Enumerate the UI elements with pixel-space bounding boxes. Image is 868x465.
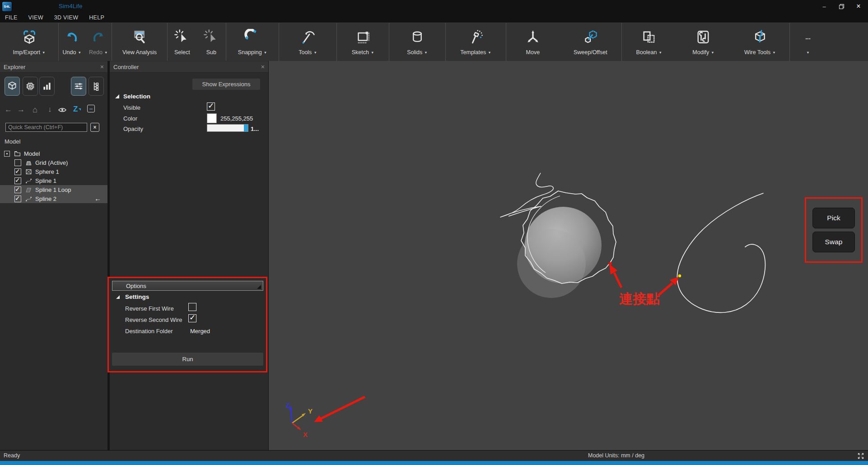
collapse-triangle-icon[interactable] xyxy=(115,94,119,98)
toolbar-label: Redo xyxy=(89,49,103,56)
magnet-icon xyxy=(244,26,261,48)
toolbar-modify[interactable]: Modify▼ xyxy=(676,23,730,61)
controller-panel: Controller × Show Expressions Selection … xyxy=(110,61,268,450)
toolbar-boolean[interactable]: Boolean▼ xyxy=(622,23,676,61)
chevron-down-icon[interactable]: ▼ xyxy=(313,51,317,55)
tree-row-sphere-1[interactable]: ✓ Sphere 1 xyxy=(0,167,107,176)
maximize-button[interactable] xyxy=(836,2,846,11)
zoom-to-selection-icon[interactable]: Z xyxy=(73,105,78,114)
menu-file[interactable]: FILE xyxy=(0,14,23,21)
toolbar-select[interactable]: Select xyxy=(168,23,197,61)
visible-checkbox[interactable]: ✓ xyxy=(207,102,215,111)
close-button[interactable]: × xyxy=(854,2,863,11)
chevron-down-icon[interactable]: ▼ xyxy=(42,51,45,55)
menu-view[interactable]: VIEW xyxy=(23,14,49,21)
eye-icon[interactable] xyxy=(58,107,67,113)
chevron-down-icon[interactable]: ▼ xyxy=(371,51,374,55)
swap-button[interactable]: Swap xyxy=(812,232,855,252)
minimize-button[interactable]: – xyxy=(819,2,829,11)
toolbar-tools[interactable]: Tools▼ xyxy=(279,23,336,61)
chevron-down-icon[interactable]: ▼ xyxy=(772,51,775,55)
collapse-all-icon[interactable]: – xyxy=(87,105,95,112)
visibility-checkbox[interactable]: ✓ xyxy=(14,168,21,175)
chevron-down-icon[interactable]: ▼ xyxy=(104,51,107,55)
tree-row-grid[interactable]: Grid (Active) xyxy=(0,158,107,167)
cylinder-icon xyxy=(409,26,425,48)
search-input[interactable] xyxy=(5,123,87,132)
check-icon: ✓ xyxy=(15,177,20,184)
axis-z-label: Z xyxy=(286,401,290,409)
toolbar-view-analysis[interactable]: View Analysis xyxy=(112,23,167,61)
menu-help[interactable]: HELP xyxy=(84,14,110,21)
toolbar-templates[interactable]: Templates▼ xyxy=(446,23,506,61)
back-arrow-icon[interactable]: ← xyxy=(5,104,12,115)
reverse-first-wire-checkbox[interactable] xyxy=(188,303,196,311)
visibility-checkbox[interactable]: ✓ xyxy=(14,195,21,202)
chevron-down-icon[interactable]: ▼ xyxy=(424,51,427,55)
toolbar-undo[interactable]: Undo▼ xyxy=(59,23,85,61)
visibility-checkbox[interactable]: ✓ xyxy=(14,186,21,193)
move-icon xyxy=(525,26,541,48)
toolbar-redo[interactable]: Redo▼ xyxy=(85,23,112,61)
forward-arrow-icon[interactable]: → xyxy=(17,104,25,115)
hierarchy-view-button[interactable] xyxy=(89,77,104,96)
show-expressions-button[interactable]: Show Expressions xyxy=(192,79,260,90)
down-arrow-icon[interactable]: ↓ xyxy=(48,104,52,115)
analysis-view-button[interactable] xyxy=(39,77,55,96)
close-icon[interactable]: × xyxy=(261,63,265,70)
close-icon[interactable]: × xyxy=(100,63,104,70)
toolbar-sketch[interactable]: Sketch▼ xyxy=(337,23,389,61)
import-export-icon xyxy=(21,26,37,48)
toolbar-sub[interactable]: Sub xyxy=(197,23,226,61)
collapse-triangle-icon[interactable] xyxy=(116,295,120,299)
toolbar-sweep-offset[interactable]: Sweep/Offset xyxy=(560,23,621,61)
run-button[interactable]: Run xyxy=(112,353,263,366)
toolbar-label: Snapping xyxy=(238,49,262,56)
model-view-button[interactable] xyxy=(5,77,20,96)
simulation-view-button[interactable] xyxy=(23,77,38,96)
chevron-down-icon[interactable]: ▼ xyxy=(711,51,714,55)
toolbar-snapping[interactable]: Snapping▼ xyxy=(226,23,279,61)
destination-folder-value[interactable]: Merged xyxy=(190,328,210,335)
pick-button[interactable]: Pick xyxy=(812,208,855,228)
toolbar-overflow[interactable]: ... ▼ xyxy=(790,23,826,61)
toolbar-move[interactable]: Move xyxy=(506,23,560,61)
toolbar-imp-export[interactable]: Imp/Export▼ xyxy=(0,23,58,61)
tree-label: Model xyxy=(24,150,40,157)
visibility-checkbox[interactable] xyxy=(14,159,21,166)
properties-view-button[interactable] xyxy=(71,77,86,96)
wire-tools-icon xyxy=(752,26,768,48)
resize-grip-icon[interactable] xyxy=(857,452,864,460)
opacity-slider[interactable] xyxy=(207,124,248,132)
color-swatch[interactable] xyxy=(207,113,217,123)
reverse-second-wire-checkbox[interactable]: ✓ xyxy=(188,314,196,322)
tree-row-spline-1[interactable]: ✓ Spline 1 xyxy=(0,176,107,185)
visibility-checkbox[interactable]: ✓ xyxy=(14,177,21,184)
check-icon: ✓ xyxy=(15,167,20,175)
reverse-first-wire-label: Reverse First Wire xyxy=(125,305,174,312)
expander-icon[interactable] xyxy=(4,151,10,157)
tree-row-spline-2[interactable]: ✓ Spline 2 ← xyxy=(0,194,107,203)
toolbar-label: Templates xyxy=(460,49,486,56)
chevron-down-icon[interactable]: ▼ xyxy=(488,51,491,55)
toolbar-solids[interactable]: Solids▼ xyxy=(389,23,445,61)
toolbar-label: Sweep/Offset xyxy=(574,49,607,56)
home-icon[interactable]: ⌂ xyxy=(33,104,37,115)
sliders-icon xyxy=(73,81,84,92)
clear-search-button[interactable]: × xyxy=(90,123,99,132)
options-header-bar[interactable]: Options xyxy=(112,281,263,291)
chevron-down-icon[interactable]: ▼ xyxy=(78,51,81,55)
toolbar-wire-tools[interactable]: Wire Tools▼ xyxy=(731,23,789,61)
menu-3d-view[interactable]: 3D VIEW xyxy=(49,14,84,21)
axis-triad: Z Y X xyxy=(286,401,313,438)
chevron-down-icon[interactable]: ▼ xyxy=(264,51,267,55)
slider-handle[interactable] xyxy=(244,125,248,131)
tree-row-spline-1-loop[interactable]: ✓ Spline 1 Loop xyxy=(0,185,107,194)
chevron-down-icon[interactable]: ▼ xyxy=(658,51,662,55)
viewport-3d[interactable]: 連接點 Z Y X Pick Swap xyxy=(269,61,868,450)
title-bar: S4L Sim4Life – × xyxy=(0,0,868,13)
sweep-offset-icon xyxy=(582,26,598,48)
tree-label: Sphere 1 xyxy=(35,168,59,175)
chevron-down-icon[interactable]: ▼ xyxy=(806,51,809,55)
tree-row-model[interactable]: Model xyxy=(0,149,107,158)
